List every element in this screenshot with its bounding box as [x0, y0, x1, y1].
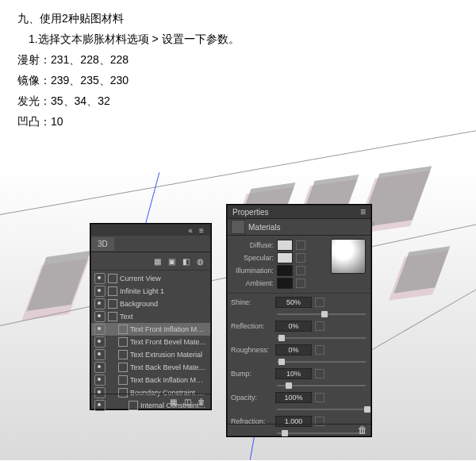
- slider-value-input[interactable]: 0%: [275, 321, 312, 332]
- tree-item[interactable]: Text Back Bevel Material: [91, 361, 210, 374]
- slider-label: Bump:: [231, 370, 272, 378]
- slider-track[interactable]: [277, 337, 366, 339]
- folder-icon[interactable]: [315, 298, 324, 307]
- color-swatch[interactable]: [277, 240, 293, 251]
- item-type-icon: [118, 375, 128, 385]
- folder-icon[interactable]: [296, 266, 305, 275]
- item-type-icon: [108, 312, 117, 321]
- tab-3d[interactable]: 3D: [91, 237, 114, 251]
- title: 九、使用2种贴图材料: [17, 8, 459, 29]
- item-label: Text Back Bevel Material: [130, 363, 207, 371]
- panel-properties: Properties ≡ Materials Diffuse:Specular:…: [227, 205, 371, 436]
- folder-icon[interactable]: [315, 321, 324, 331]
- slider-thumb[interactable]: [321, 311, 328, 317]
- material-tab-icon[interactable]: [231, 220, 245, 234]
- tree-item[interactable]: Current View: [91, 272, 210, 285]
- trash-icon[interactable]: 🗑: [196, 396, 207, 407]
- folder-icon[interactable]: [296, 253, 305, 263]
- light-icon[interactable]: ◍: [194, 255, 205, 267]
- swatch-label: Specular:: [232, 254, 274, 262]
- panel-footer: 🗑: [228, 424, 370, 436]
- slider-thumb[interactable]: [278, 359, 285, 365]
- slider-thumb[interactable]: [286, 382, 292, 389]
- slider-label: Reflection:: [231, 322, 272, 330]
- tree-item[interactable]: Text Extrusion Material: [91, 348, 210, 361]
- visibility-toggle[interactable]: [94, 286, 106, 297]
- mesh-icon[interactable]: ▣: [166, 255, 177, 267]
- properties-tabbar: Materials: [228, 219, 370, 236]
- color-swatch[interactable]: [277, 265, 293, 276]
- swatch-row: Ambient:: [232, 277, 366, 290]
- render-icon[interactable]: ▦: [167, 396, 178, 407]
- visibility-toggle[interactable]: [94, 298, 106, 309]
- item-type-icon: [118, 325, 128, 334]
- param-line: 凹凸：10: [17, 111, 459, 132]
- visibility-toggle[interactable]: [94, 324, 106, 335]
- swatch-label: Illumination:: [232, 267, 274, 275]
- slider-row: Opacity:100%: [228, 389, 370, 406]
- item-label: Infinite Light 1: [120, 287, 207, 295]
- panel-3d: « ≡ 3D ▦ ▣ ◧ ◍ Current ViewInfinite Ligh…: [90, 224, 211, 409]
- folder-icon[interactable]: [315, 345, 324, 355]
- tree-item[interactable]: Text: [91, 310, 210, 323]
- item-label: Text Front Bevel Material: [130, 338, 207, 346]
- folder-icon[interactable]: [315, 369, 324, 378]
- slider-track[interactable]: [277, 385, 366, 386]
- visibility-toggle[interactable]: [94, 375, 106, 386]
- item-type-icon: [118, 350, 128, 359]
- collapse-arrows-icon[interactable]: «: [185, 225, 196, 236]
- panel-tabs: 3D: [91, 236, 210, 252]
- slider-track-row: [228, 311, 370, 317]
- item-label: Text: [120, 313, 207, 321]
- menu-icon[interactable]: ≡: [360, 207, 366, 217]
- visibility-toggle[interactable]: [94, 336, 106, 348]
- slider-value-input[interactable]: 0%: [275, 344, 312, 355]
- slider-track[interactable]: [277, 409, 366, 410]
- folder-icon[interactable]: [296, 279, 305, 288]
- slider-thumb[interactable]: [278, 335, 285, 341]
- close-icon[interactable]: ×: [370, 219, 381, 230]
- tree-item[interactable]: Infinite Light 1: [91, 285, 210, 298]
- slider-row: Shine:50%: [228, 294, 370, 311]
- slider-track[interactable]: [277, 361, 366, 363]
- new-icon[interactable]: ◫: [182, 396, 193, 407]
- slider-value-input[interactable]: 10%: [275, 368, 312, 379]
- material-preview-sphere[interactable]: [331, 239, 366, 274]
- trash-icon[interactable]: 🗑: [358, 425, 367, 435]
- sliders-section: Shine:50%Reflection:0%Roughness:0%Bump:1…: [228, 294, 370, 436]
- tree-item[interactable]: Text Back Inflation Material: [91, 374, 210, 386]
- visibility-toggle[interactable]: [94, 273, 106, 284]
- filter-icon[interactable]: ▦: [152, 255, 163, 267]
- slider-value-input[interactable]: 50%: [275, 297, 312, 308]
- swatch-label: Ambient:: [232, 279, 274, 287]
- tree-item[interactable]: Text Front Inflation Material: [91, 323, 210, 336]
- visibility-toggle[interactable]: [94, 311, 106, 322]
- folder-icon[interactable]: [315, 393, 324, 402]
- tree-item[interactable]: Text Front Bevel Material: [91, 336, 210, 348]
- tree-item[interactable]: Background: [91, 298, 210, 310]
- item-type-icon: [108, 286, 117, 296]
- item-label: Current View: [120, 275, 207, 282]
- visibility-toggle[interactable]: [94, 349, 106, 360]
- item-type-icon: [118, 363, 128, 372]
- item-type-icon: [108, 299, 117, 309]
- color-swatch[interactable]: [277, 278, 293, 289]
- slider-track-row: [228, 406, 370, 413]
- material-icon[interactable]: ◧: [180, 255, 191, 267]
- slider-row: Roughness:0%: [228, 341, 370, 359]
- slider-thumb[interactable]: [364, 406, 370, 413]
- param-line: 发光：35、34、32: [17, 90, 459, 111]
- visibility-toggle[interactable]: [94, 362, 106, 373]
- slider-value-input[interactable]: 100%: [275, 392, 312, 403]
- step: 1.选择文本膨胀材料选项 > 设置一下参数。: [17, 29, 459, 49]
- slider-row: Reflection:0%: [228, 317, 370, 335]
- menu-icon[interactable]: ≡: [196, 225, 207, 236]
- color-swatch[interactable]: [277, 252, 293, 263]
- panel-footer: ▦ ◫ 🗑: [91, 394, 210, 409]
- slider-label: Shine:: [231, 298, 272, 306]
- param-line: 漫射：231、228、228: [17, 49, 459, 70]
- item-type-icon: [108, 274, 117, 283]
- panel-title-label: Properties: [232, 208, 269, 217]
- folder-icon[interactable]: [296, 240, 305, 250]
- slider-track[interactable]: [277, 313, 366, 315]
